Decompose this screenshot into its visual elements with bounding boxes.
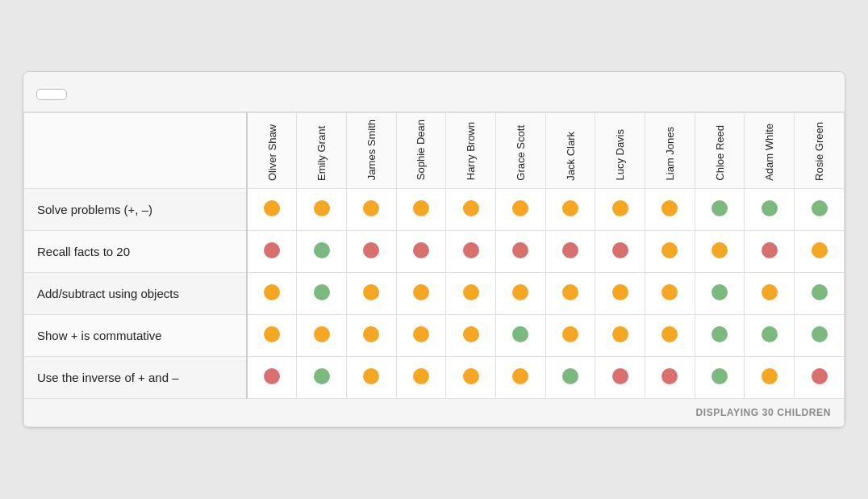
row-label: Add/subtract using objects <box>24 272 248 314</box>
dot-cell <box>496 314 546 356</box>
dot-cell <box>795 230 845 272</box>
dot-cell <box>247 272 297 314</box>
status-dot <box>463 326 479 342</box>
column-header: Lucy Davis <box>595 113 645 188</box>
column-header: Oliver Shaw <box>247 113 297 188</box>
status-dot <box>512 284 528 300</box>
dot-cell <box>396 230 446 272</box>
column-name: James Smith <box>365 120 378 180</box>
status-dot <box>413 368 429 384</box>
status-dot <box>413 326 429 342</box>
status-dot <box>661 242 678 258</box>
status-dot <box>712 368 728 384</box>
status-dot <box>812 368 828 384</box>
row-label: Solve problems (+, –) <box>24 188 248 230</box>
status-dot <box>363 242 379 258</box>
dot-cell <box>695 314 745 356</box>
status-dot <box>762 326 778 342</box>
dot-cell <box>446 230 496 272</box>
column-header: Sophie Dean <box>396 113 446 188</box>
status-dot <box>463 368 479 384</box>
status-dot <box>812 326 828 342</box>
status-dot <box>463 284 479 300</box>
row-label: Use the inverse of + and – <box>24 356 248 398</box>
status-dot <box>812 242 828 258</box>
label-header <box>24 113 248 188</box>
topic-dropdown[interactable] <box>36 89 67 100</box>
dot-cell <box>297 314 347 356</box>
footer-text: DISPLAYING 30 CHILDREN <box>24 398 845 426</box>
status-dot <box>762 284 778 300</box>
column-name: Oliver Shaw <box>266 124 278 181</box>
status-dot <box>264 326 280 342</box>
column-name: Grace Scott <box>515 125 527 181</box>
status-dot <box>612 326 628 342</box>
status-dot <box>512 326 528 342</box>
dot-cell <box>396 188 446 230</box>
status-dot <box>562 242 578 258</box>
status-dot <box>661 200 678 216</box>
dot-cell <box>247 356 297 398</box>
status-dot <box>712 242 728 258</box>
dot-cell <box>745 188 795 230</box>
dot-cell <box>645 188 695 230</box>
dot-cell <box>745 356 795 398</box>
column-name: Sophie Dean <box>415 120 427 180</box>
dot-cell <box>446 272 496 314</box>
dot-cell <box>545 314 595 356</box>
dot-cell <box>795 188 845 230</box>
status-dot <box>413 200 429 216</box>
dot-cell <box>745 272 795 314</box>
main-card: Oliver ShawEmily GrantJames SmithSophie … <box>23 71 845 427</box>
status-dot <box>562 368 578 384</box>
table-row: Recall facts to 20 <box>24 230 845 272</box>
status-dot <box>314 200 330 216</box>
status-dot <box>612 242 628 258</box>
status-dot <box>661 284 678 300</box>
status-dot <box>413 242 429 258</box>
dot-cell <box>396 356 446 398</box>
dot-cell <box>595 230 645 272</box>
column-header-row: Oliver ShawEmily GrantJames SmithSophie … <box>24 113 845 188</box>
status-dot <box>661 368 678 384</box>
dot-cell <box>247 314 297 356</box>
dot-cell <box>297 188 347 230</box>
dot-cell <box>446 314 496 356</box>
status-dot <box>712 284 728 300</box>
status-dot <box>562 200 578 216</box>
status-dot <box>612 284 628 300</box>
status-dot <box>762 368 778 384</box>
dot-cell <box>545 188 595 230</box>
table-wrapper: Oliver ShawEmily GrantJames SmithSophie … <box>23 112 845 426</box>
dot-cell <box>297 356 347 398</box>
dot-cell <box>795 272 845 314</box>
column-name: Rosie Green <box>813 122 825 181</box>
column-header: Harry Brown <box>446 113 496 188</box>
dot-cell <box>297 230 347 272</box>
status-dot <box>512 200 528 216</box>
status-dot <box>463 242 479 258</box>
dot-cell <box>247 188 297 230</box>
dot-cell <box>446 188 496 230</box>
dot-cell <box>695 188 745 230</box>
table-row: Solve problems (+, –) <box>24 188 845 230</box>
column-name: Lucy Davis <box>614 129 626 181</box>
dot-cell <box>795 356 845 398</box>
column-name: Emily Grant <box>315 126 328 181</box>
dot-cell <box>595 314 645 356</box>
status-dot <box>314 326 330 342</box>
table-row: Show + is commutative <box>24 314 845 356</box>
status-dot <box>264 242 280 258</box>
data-table: Oliver ShawEmily GrantJames SmithSophie … <box>23 112 845 426</box>
status-dot <box>612 200 628 216</box>
dot-cell <box>645 356 695 398</box>
status-dot <box>712 326 728 342</box>
status-dot <box>264 284 280 300</box>
status-dot <box>363 284 379 300</box>
footer-row: DISPLAYING 30 CHILDREN <box>24 398 845 426</box>
column-name: Liam Jones <box>664 127 676 180</box>
status-dot <box>363 326 379 342</box>
column-name: Adam White <box>763 124 775 181</box>
card-header <box>23 72 845 112</box>
row-label: Show + is commutative <box>24 314 248 356</box>
